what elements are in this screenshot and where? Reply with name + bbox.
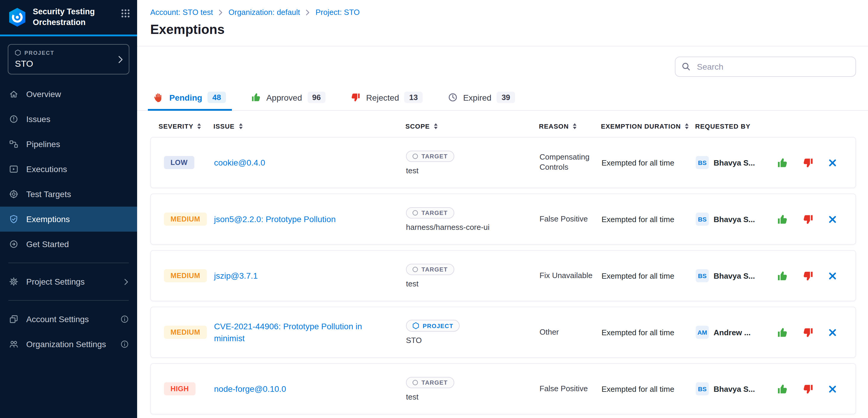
sidebar-item-overview[interactable]: Overview — [0, 81, 137, 107]
gear-icon — [8, 277, 19, 286]
tabs-bar: Pending 48 Approved 96 Rejected 13 — [137, 84, 868, 111]
project-selector[interactable]: PROJECT STO — [8, 44, 129, 74]
requested-by-name: Bhavya S... — [714, 158, 755, 167]
approve-button[interactable] — [777, 157, 788, 168]
sidebar-item-organization-settings[interactable]: Organization Settings — [0, 332, 137, 357]
issue-link[interactable]: CVE-2021-44906: Prototype Pollution in m… — [214, 321, 362, 343]
chevron-right-icon — [123, 278, 129, 285]
thumbs-up-icon — [251, 92, 261, 102]
table-header-row: SEVERITY ISSUE SCOPE REASON EXEMPTION DU… — [150, 123, 856, 130]
sidebar-item-account-settings[interactable]: Account Settings — [0, 307, 137, 332]
search-input[interactable] — [696, 61, 849, 72]
avatar: BS — [696, 382, 709, 395]
approve-button[interactable] — [777, 326, 788, 338]
sidebar-item-label: Exemptions — [26, 214, 70, 224]
executions-icon — [8, 164, 19, 174]
sidebar-item-label: Account Settings — [26, 314, 89, 324]
sidebar-item-label: Executions — [26, 164, 67, 174]
scope-name: test — [406, 166, 418, 175]
project-cube-icon — [15, 49, 21, 56]
clock-icon — [448, 92, 458, 102]
breadcrumb-account[interactable]: Account: STO test — [150, 8, 213, 17]
tab-approved[interactable]: Approved 96 — [249, 84, 327, 110]
sidebar-item-exemptions[interactable]: Exemptions — [0, 207, 137, 232]
sidebar-item-label: Organization Settings — [26, 339, 106, 349]
target-icon — [412, 210, 418, 215]
reject-button[interactable] — [802, 383, 814, 394]
avatar: BS — [696, 269, 709, 282]
home-icon — [8, 89, 19, 99]
issue-link[interactable]: node-forge@0.10.0 — [214, 384, 286, 393]
layers-icon — [8, 314, 19, 324]
sidebar-item-label: Pipelines — [26, 139, 60, 149]
avatar: BS — [696, 156, 709, 169]
sidebar: Security Testing Orchestration PROJECT S… — [0, 0, 137, 418]
target-icon — [8, 189, 19, 199]
table-row: MEDIUM jszip@3.7.1 TARGET test Fix Unava… — [150, 250, 856, 301]
info-icon[interactable] — [120, 315, 129, 323]
exemption-duration: Exempted for all time — [601, 215, 696, 223]
toolbar — [137, 46, 868, 84]
reject-button[interactable] — [802, 213, 814, 225]
issue-link[interactable]: jszip@3.7.1 — [214, 271, 258, 280]
scope-name: harness/harness-core-ui — [406, 222, 490, 231]
issue-link[interactable]: json5@2.2.0: Prototype Pollution — [214, 214, 336, 224]
column-header-reason: REASON — [539, 123, 569, 130]
tab-expired[interactable]: Expired 39 — [446, 84, 516, 110]
issues-icon — [8, 114, 19, 124]
breadcrumb-project[interactable]: Project: STO — [315, 8, 360, 17]
tab-label: Pending — [169, 93, 202, 102]
reject-button[interactable] — [802, 326, 814, 338]
sidebar-item-pipelines[interactable]: Pipelines — [0, 132, 137, 156]
sort-button[interactable] — [573, 123, 577, 129]
cancel-button[interactable] — [828, 328, 837, 337]
table-row: MEDIUM CVE-2021-44906: Prototype Polluti… — [150, 307, 856, 358]
severity-badge: MEDIUM — [164, 326, 207, 339]
column-header-issue: ISSUE — [213, 123, 235, 130]
sidebar-header: Security Testing Orchestration — [0, 0, 137, 36]
column-header-scope: SCOPE — [405, 123, 430, 130]
sidebar-item-executions[interactable]: Executions — [0, 156, 137, 182]
project-label: PROJECT — [25, 50, 54, 56]
tab-label: Rejected — [366, 93, 399, 102]
approve-button[interactable] — [777, 383, 788, 394]
info-icon[interactable] — [120, 340, 129, 348]
breadcrumb-organization[interactable]: Organization: default — [228, 8, 300, 17]
exemption-duration: Exempted for all time — [601, 384, 696, 393]
cancel-button[interactable] — [828, 271, 837, 280]
scope-pill: TARGET — [406, 207, 454, 218]
scope-type-label: PROJECT — [423, 322, 454, 329]
sidebar-item-label: Overview — [26, 89, 61, 99]
column-header-requested-by: REQUESTED BY — [695, 123, 750, 130]
sidebar-item-get-started[interactable]: Get Started — [0, 232, 137, 257]
sidebar-item-issues[interactable]: Issues — [0, 107, 137, 132]
approve-button[interactable] — [777, 213, 788, 225]
exemption-duration: Exempted for all time — [601, 271, 696, 280]
severity-badge: MEDIUM — [164, 269, 207, 282]
tab-count-badge: 13 — [404, 92, 423, 103]
reject-button[interactable] — [802, 157, 814, 168]
severity-badge: HIGH — [164, 382, 195, 395]
sort-button[interactable] — [239, 123, 242, 129]
search-box — [675, 57, 856, 77]
sort-button[interactable] — [197, 123, 201, 129]
tab-count-badge: 48 — [208, 92, 226, 103]
cancel-button[interactable] — [828, 384, 837, 393]
sort-button[interactable] — [434, 123, 438, 129]
sidebar-item-test-targets[interactable]: Test Targets — [0, 182, 137, 207]
issue-link[interactable]: cookie@0.4.0 — [214, 158, 265, 167]
reason: False Positive — [539, 384, 601, 394]
sidebar-item-project-settings[interactable]: Project Settings — [0, 269, 137, 294]
app-title: Security Testing Orchestration — [33, 6, 116, 27]
cancel-button[interactable] — [828, 158, 837, 167]
reject-button[interactable] — [802, 270, 814, 281]
sort-button[interactable] — [685, 123, 688, 129]
sidebar-divider — [8, 263, 129, 263]
page-title: Exemptions — [150, 22, 856, 37]
app-switcher-icon[interactable] — [121, 9, 130, 18]
approve-button[interactable] — [777, 270, 788, 281]
cancel-button[interactable] — [828, 215, 837, 223]
tab-pending[interactable]: Pending 48 — [153, 84, 227, 110]
tab-rejected[interactable]: Rejected 13 — [349, 84, 424, 110]
reason: False Positive — [539, 214, 601, 224]
